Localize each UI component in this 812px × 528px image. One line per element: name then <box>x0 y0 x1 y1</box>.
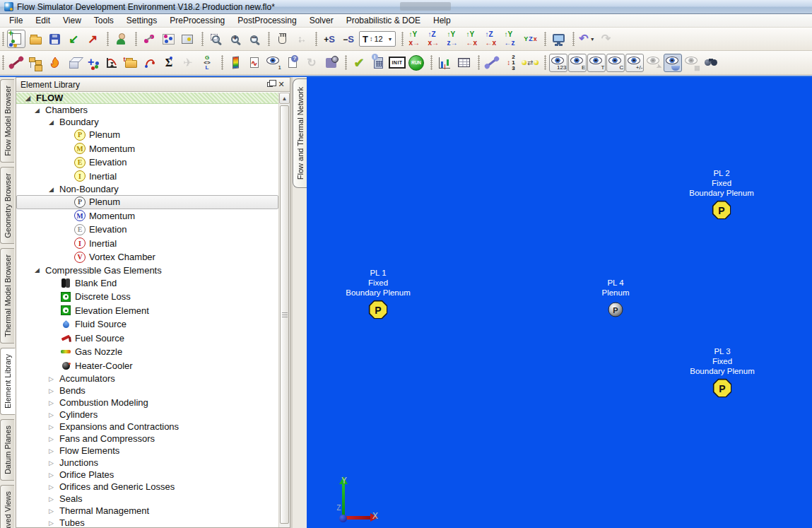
tree-scrollbar[interactable]: ▲ <box>278 93 290 527</box>
tree-item-combustion-modeling[interactable]: ▷Combustion Modeling <box>16 397 278 409</box>
scroll-up-icon[interactable]: ▲ <box>279 93 290 104</box>
side-tab-datum-planes[interactable]: Datum Planes <box>0 419 14 481</box>
tree-item-inertial[interactable]: IInertial <box>16 237 278 251</box>
view-single-result[interactable]: 1 <box>264 54 283 72</box>
tree-item-heater-cooler[interactable]: Heater-Cooler <box>16 359 278 373</box>
tree-item-tubes[interactable]: ▷Tubes <box>16 517 278 527</box>
undo[interactable]: ↶▼ <box>577 30 596 48</box>
tree-item-vortex-chamber[interactable]: VVortex Chamber <box>16 250 278 264</box>
tree-item-plenum[interactable]: PPlenum <box>16 128 278 142</box>
show-grid[interactable]: ▦ <box>683 54 701 72</box>
menu-tools[interactable]: Tools <box>88 14 120 27</box>
color-legend[interactable] <box>226 54 245 72</box>
expand-arrow-icon[interactable]: ▷ <box>49 508 59 515</box>
renumber-elements[interactable]: ↕213 <box>502 54 520 72</box>
expand-arrow-icon[interactable]: ▷ <box>49 387 59 394</box>
view-isometric[interactable]: YZx <box>521 30 539 48</box>
tree-item-orifice-plates[interactable]: ▷Orifice Plates <box>16 469 278 481</box>
results-tables[interactable] <box>454 54 473 72</box>
pan-view[interactable] <box>273 30 291 48</box>
tree-item-gas-nozzle[interactable]: Gas Nozzle <box>16 345 278 359</box>
tree-item-momentum[interactable]: MMomentum <box>16 142 278 156</box>
collapse-arrow-icon[interactable]: ◢ <box>35 266 45 274</box>
expand-arrow-icon[interactable]: ▷ <box>49 483 59 491</box>
decrease-symbol-size[interactable]: −S <box>339 30 358 48</box>
tree-item-fluid-source[interactable]: Fluid Source <box>16 317 278 332</box>
collapse-arrow-icon[interactable]: ◢ <box>49 119 59 126</box>
export-model[interactable]: ↗ <box>83 30 102 48</box>
initialize-solver[interactable]: INIT <box>388 54 406 72</box>
view-3d-model[interactable] <box>64 54 83 72</box>
side-tab-geometry-browser[interactable]: Geometry Browser <box>0 167 14 245</box>
tree-item-fuel-source[interactable]: Fuel Source <box>16 332 278 346</box>
menu-view[interactable]: View <box>57 14 88 27</box>
menu-file[interactable]: File <box>3 14 29 27</box>
network-layout-3d[interactable] <box>159 30 177 48</box>
tree-item-bends[interactable]: ▷Bends <box>16 385 278 397</box>
curve-editor[interactable] <box>141 54 159 72</box>
model-tree[interactable] <box>26 54 45 72</box>
view-plane-xz[interactable]: ↑Z←x <box>483 30 501 48</box>
show-element-labels[interactable]: E <box>568 54 587 72</box>
side-tab-thermal-model-browser[interactable]: Thermal Model Browser <box>0 248 14 344</box>
side-tab-flow-model-browser[interactable]: Flow Model Browser <box>0 79 14 163</box>
tree-item-compressible-gas-elements[interactable]: ◢Compressible Gas Elements <box>16 264 278 276</box>
view-plane-yz[interactable]: ↑Yz→ <box>445 30 463 48</box>
show-chamber-labels[interactable]: C <box>606 54 625 72</box>
node-pl-1-boundary-plenum-icon[interactable]: P <box>369 300 388 319</box>
view-plane-xy[interactable]: ↑Y←x <box>464 30 482 48</box>
increase-symbol-size[interactable]: +S <box>320 30 339 48</box>
network-layout-2d[interactable] <box>140 30 158 48</box>
summation-tool[interactable]: Σ <box>160 54 178 72</box>
tree-item-elevation[interactable]: EElevation <box>16 156 278 170</box>
tree-item-junctions[interactable]: ▷Junctions <box>16 457 278 469</box>
tree-item-plenum[interactable]: PPlenum <box>16 195 278 209</box>
show-element-ids[interactable]: 123 <box>549 54 567 72</box>
expand-arrow-icon[interactable]: ▷ <box>49 459 59 467</box>
side-tab-element-library[interactable]: Element Library <box>0 348 16 415</box>
network-canvas[interactable]: Y X Z PL 1FixedBoundary PlenumPPL 2Fixed… <box>307 77 812 528</box>
rotate-view[interactable]: ↔↕ <box>292 30 310 48</box>
expand-arrow-icon[interactable]: ▷ <box>49 447 59 454</box>
expand-arrow-icon[interactable]: ▷ <box>49 411 59 418</box>
link-elements[interactable] <box>483 54 501 72</box>
tree-item-flow[interactable]: ◢FLOW <box>16 93 278 104</box>
view-plane-yx[interactable]: ↑Yx→ <box>406 30 425 48</box>
tree-item-chambers[interactable]: ◢Chambers <box>16 104 278 116</box>
show-temperatures[interactable]: T <box>587 54 606 72</box>
user-profile[interactable] <box>112 30 130 48</box>
expand-arrow-icon[interactable]: ▷ <box>49 399 59 406</box>
menu-edit[interactable]: Edit <box>29 14 57 27</box>
tree-item-non-boundary[interactable]: ◢Non-Boundary <box>16 183 278 195</box>
refresh-results[interactable]: ↻ <box>302 54 321 72</box>
menu-help[interactable]: Help <box>427 14 457 27</box>
expand-arrow-icon[interactable]: ▷ <box>49 423 59 430</box>
redo[interactable]: ↷ <box>596 30 615 48</box>
scrollbar-thumb[interactable] <box>280 105 289 524</box>
view-plane-zx[interactable]: ↑Zx→ <box>425 30 444 48</box>
tree-item-inertial[interactable]: IInertial <box>16 170 278 184</box>
node-pl-3-boundary-plenum-icon[interactable]: P <box>713 379 732 398</box>
view-plane-zy[interactable]: ↑Y←z <box>502 30 520 48</box>
menu-settings[interactable]: Settings <box>120 14 163 27</box>
report-help[interactable]: ? <box>283 54 302 72</box>
side-tab-saved-views[interactable]: Saved Views <box>0 485 14 528</box>
canvas-tab-flow-thermal-network[interactable]: Flow and Thermal Network <box>293 78 307 188</box>
node-pl-2-boundary-plenum-icon[interactable]: P <box>712 201 731 220</box>
create-element[interactable] <box>7 54 25 72</box>
results-charts[interactable] <box>435 54 454 72</box>
expand-arrow-icon[interactable]: ▷ <box>49 495 59 503</box>
tree-item-flow-elements[interactable]: ▷Flow Elements <box>16 445 278 457</box>
show-surfaces[interactable] <box>664 54 682 72</box>
expand-arrow-icon[interactable]: ▷ <box>49 520 59 527</box>
tree-item-accumulators[interactable]: ▷Accumulators <box>16 372 278 385</box>
find-element[interactable] <box>702 54 720 72</box>
menu-postprocessing[interactable]: PostProcessing <box>231 14 302 27</box>
tree-item-momentum[interactable]: MMomentum <box>16 209 278 223</box>
tree-item-elevation[interactable]: EElevation <box>16 223 278 237</box>
menu-preprocessing[interactable]: PreProcessing <box>163 14 231 27</box>
expand-arrow-icon[interactable]: ▷ <box>49 435 59 442</box>
close-panel-button[interactable]: ✕ <box>276 79 287 90</box>
add-element[interactable]: + <box>83 54 102 72</box>
dropdown-caret-icon[interactable]: ▼ <box>590 37 595 42</box>
